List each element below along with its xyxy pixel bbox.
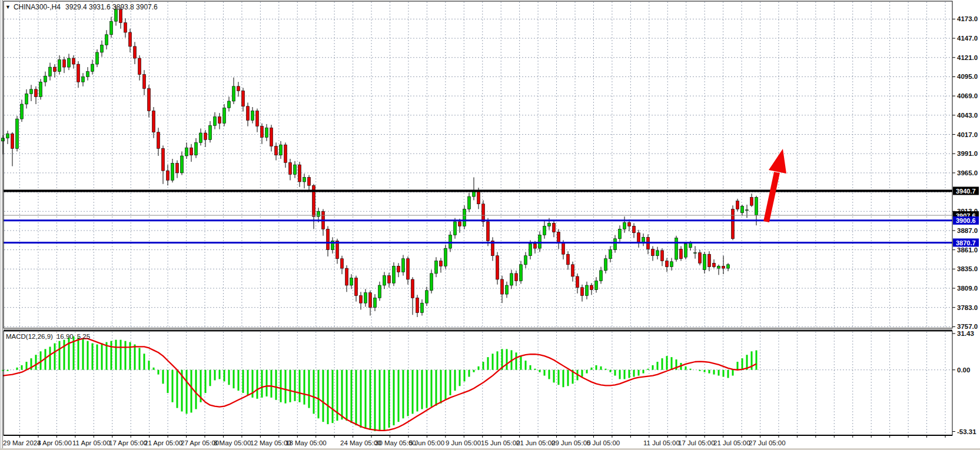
macd-main-value: 16.90	[57, 333, 74, 340]
macd-axis-label: 0.00	[957, 366, 970, 374]
time-axis-label: 5 Jul 05:00	[587, 439, 620, 446]
left-frame	[0, 0, 4, 450]
price-axis-label: 3809.0	[957, 285, 978, 292]
time-axis-label: 29 Jun 05:00	[552, 439, 591, 446]
price-axis-label: 3783.0	[957, 304, 978, 311]
macd-axis-label: -53.31	[957, 428, 976, 435]
time-axis-label: 29 Mar 2023	[3, 439, 41, 446]
price-axis-label: 3887.0	[957, 227, 978, 234]
price-axis-label: 3861.0	[957, 246, 978, 254]
price-axis-label: 3965.0	[957, 169, 978, 176]
time-axis-label: 11 Jul 05:00	[643, 439, 680, 446]
svg-text:3870.7: 3870.7	[956, 239, 976, 246]
time-axis-label: 17 Apr 05:00	[109, 439, 147, 446]
macd-signal-value: 5.25	[77, 333, 90, 340]
price-badge-3900.6: 3900.6	[953, 216, 979, 225]
price-axis-label: 3991.0	[957, 150, 978, 157]
price-axis-label: 4017.0	[957, 131, 978, 138]
time-axis-label: 21 Apr 05:00	[144, 439, 182, 446]
time-axis-label: 15 Jun 05:00	[481, 439, 520, 446]
time-axis-label: 5 Jun 05:00	[409, 439, 444, 446]
trading-chart-window: 4173.04147.04121.04095.04069.04043.04017…	[0, 0, 980, 450]
price-axis-label: 4043.0	[957, 112, 978, 119]
candlestick-chart-canvas[interactable]: 4173.04147.04121.04095.04069.04043.04017…	[0, 0, 980, 450]
time-axis-label: 8 May 05:00	[214, 439, 251, 446]
price-axis-label: 3835.0	[957, 265, 978, 272]
time-axis-label: 9 Jun 05:00	[446, 439, 481, 446]
chart-title: ▼CHINA300-,H43929.4 3931.6 3893.8 3907.6	[5, 3, 158, 11]
time-axis-label: 17 Jul 05:00	[678, 439, 715, 446]
price-axis-label: 4095.0	[957, 73, 978, 80]
price-axis-label: 4121.0	[957, 54, 978, 61]
svg-text:3940.7: 3940.7	[956, 188, 976, 195]
ohlc-values: 3929.4 3931.6 3893.8 3907.6	[65, 3, 158, 11]
time-axis-label: 18 May 05:00	[285, 439, 327, 446]
time-axis-label: 27 Jul 05:00	[749, 439, 786, 446]
time-axis-label: 21 Jul 05:00	[713, 439, 750, 446]
time-axis-label: 4 Apr 05:00	[37, 439, 72, 446]
price-axis-label: 4173.0	[957, 15, 978, 22]
symbol-period-label: CHINA300-,H4	[14, 3, 61, 11]
price-badge-3940.7: 3940.7	[953, 186, 979, 195]
price-axis-label: 4069.0	[957, 92, 978, 99]
price-axis-label: 3757.0	[957, 323, 978, 330]
time-axis-label: 21 Jun 05:00	[516, 439, 556, 446]
price-axis-label: 4147.0	[957, 35, 978, 42]
chart-dropdown-icon[interactable]: ▼	[5, 4, 11, 10]
macd-axis-label: 31.43	[957, 330, 974, 337]
macd-indicator-label: MACD(12,26,9)16.905.25	[6, 333, 90, 340]
macd-name: MACD(12,26,9)	[6, 333, 53, 340]
svg-text:3900.6: 3900.6	[956, 217, 976, 224]
time-axis-label: 11 Apr 05:00	[72, 439, 110, 446]
price-badge-3870.7: 3870.7	[953, 238, 979, 246]
